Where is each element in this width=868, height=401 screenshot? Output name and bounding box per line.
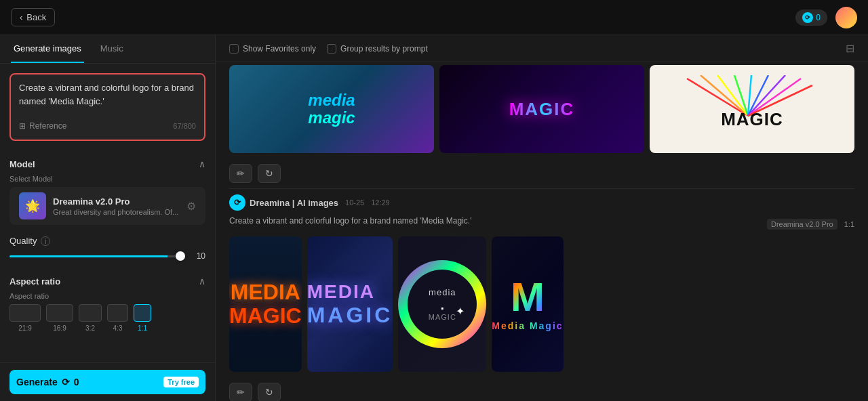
prompt-text: Create a vibrant and colorful logo for a… [19, 81, 196, 108]
aspect-label-21-9: 21:9 [18, 324, 31, 332]
aspect-label-3-2: 3:2 [85, 324, 95, 332]
model-info: Dreamina v2.0 Pro Great diversity and ph… [53, 196, 180, 216]
second-image-group: ⟳ Dreamina | AI images 10-25 12:29 Creat… [229, 194, 854, 401]
quality-value: 10 [192, 251, 205, 261]
image-media-magic-text: media magic [229, 65, 434, 153]
edit-button-row1[interactable]: ✏ [229, 164, 252, 183]
reference-icon: ⊞ [19, 121, 26, 131]
generate-bar: Generate ⟳ 0 Try free [0, 362, 215, 401]
show-favorites-label: Show Favorites only [243, 44, 316, 54]
model-section-header: Model ∧ [0, 150, 215, 175]
prompt-time: 12:29 [371, 198, 390, 207]
aspect-ratio-sub-label: Aspect ratio [0, 292, 215, 304]
image-media-magic-neon: MAGIC [439, 65, 644, 153]
regenerate-button-row2[interactable]: ↻ [258, 383, 281, 401]
aspect-ratio-21-9[interactable]: 21:9 [9, 304, 41, 332]
group-by-prompt-label: Group results by prompt [340, 44, 428, 54]
first-image-group: media magic MAGIC [229, 65, 854, 183]
model-description: Great diversity and photorealism. Of... [53, 208, 180, 216]
model-badge-name: Dreamina | AI images [250, 198, 338, 208]
aspect-box-1-1 [134, 304, 151, 322]
aspect-ratio-1-1[interactable]: 1:1 [134, 304, 151, 332]
blue-media-text: Media [307, 281, 393, 303]
quality-info-icon: i [41, 236, 50, 246]
content-area: Show Favorites only Group results by pro… [216, 35, 868, 401]
tab-music[interactable]: Music [98, 35, 126, 63]
divider [229, 188, 854, 189]
circle-magic-text: MAGIC [429, 313, 456, 321]
blue-sign-text: Media MAGIC [307, 281, 393, 328]
user-avatar[interactable] [835, 7, 857, 28]
prompt-area[interactable]: Create a vibrant and colorful logo for a… [9, 73, 205, 141]
aspect-ratio-section-header: Aspect ratio ∧ [0, 268, 215, 292]
top-bar-right: ⟳ 0 [795, 7, 857, 28]
model-badge: ⟳ Dreamina | AI images [229, 194, 338, 211]
model-select-label: Select Model [0, 175, 215, 187]
group-by-prompt-checkbox[interactable] [327, 44, 336, 54]
image-circle-logo: media . MAGIC ✦ [398, 236, 486, 372]
regenerate-button-row1[interactable]: ↻ [258, 164, 281, 183]
reference-label: Reference [29, 121, 66, 131]
aspect-ratio-3-2[interactable]: 3:2 [79, 304, 102, 332]
image-rays-content: MAGIC [721, 89, 783, 130]
prompt-date: 10-25 [345, 198, 364, 207]
back-button[interactable]: ‹ Back [11, 8, 55, 26]
sidebar: Generate images Music Create a vibrant a… [0, 35, 216, 401]
image-neon-arch: MEDIA MAGIC [229, 236, 302, 372]
circle-logo-inner: media . MAGIC [429, 287, 456, 321]
neon-media-text: MEDIA [229, 280, 302, 304]
second-row-actions: ✏ ↻ [229, 383, 854, 401]
generate-btn-left: Generate ⟳ 0 [16, 377, 79, 387]
edit-button-row2[interactable]: ✏ [229, 383, 252, 401]
content-scroll: media magic MAGIC [216, 62, 868, 401]
back-label: Back [26, 12, 46, 22]
model-tag: Dreamina v2.0 Pro [767, 219, 837, 230]
group-by-prompt-checkbox-label[interactable]: Group results by prompt [327, 44, 428, 54]
generate-button[interactable]: Generate ⟳ 0 Try free [9, 370, 205, 394]
generate-credit-count: 0 [74, 377, 79, 387]
grid-view-button[interactable]: ⊟ [846, 42, 854, 55]
aspect-ratio-options: 21:9 16:9 3:2 4:3 1:1 [0, 304, 215, 340]
image-m-logo: M Media Magic [492, 236, 563, 372]
m-logo-text: Media Magic [492, 320, 563, 331]
neon-arch-text: MEDIA MAGIC [229, 280, 302, 328]
back-arrow-icon: ‹ [20, 12, 22, 22]
quality-slider[interactable] [9, 255, 185, 257]
reference-button[interactable]: ⊞ Reference [19, 121, 66, 131]
try-free-badge: Try free [163, 377, 199, 387]
toolbar-right: ⊟ [846, 42, 854, 55]
blue-magic-text: MAGIC [307, 303, 393, 328]
generate-label: Generate [16, 377, 58, 387]
image-media-magic-rays: MAGIC [650, 65, 854, 153]
tab-generate-images[interactable]: Generate images [11, 35, 84, 63]
model-name: Dreamina v2.0 Pro [53, 196, 180, 207]
prompt-header-row: Create a vibrant and colorful logo for a… [229, 216, 854, 232]
aspect-box-4-3 [107, 304, 128, 322]
ratio-tag: 1:1 [844, 220, 854, 228]
first-row-actions: ✏ ↻ [229, 164, 854, 183]
model-badge-icon: ⟳ [229, 194, 245, 211]
show-favorites-checkbox[interactable] [229, 44, 239, 54]
aspect-label-1-1: 1:1 [138, 324, 147, 332]
char-count: 67/800 [173, 122, 196, 130]
credit-badge: ⟳ 0 [795, 9, 827, 26]
generate-icon: ⟳ [62, 377, 70, 387]
aspect-ratio-4-3[interactable]: 4:3 [107, 304, 128, 332]
m-logo-symbol: M [511, 277, 545, 318]
aspect-ratio-16-9[interactable]: 16:9 [46, 304, 73, 332]
aspect-ratio-chevron-icon: ∧ [199, 276, 205, 287]
quality-row: Quality i [0, 233, 215, 251]
prompt-display-text: Create a vibrant and colorful logo for a… [229, 216, 760, 226]
quality-label: Quality [9, 236, 37, 246]
credit-icon: ⟳ [802, 12, 813, 23]
content-toolbar: Show Favorites only Group results by pro… [216, 35, 868, 62]
first-image-row: media magic MAGIC [229, 65, 854, 153]
image-blue-sign: Media MAGIC [307, 236, 393, 372]
show-favorites-checkbox-label[interactable]: Show Favorites only [229, 44, 316, 54]
model-thumbnail: 🌟 [19, 192, 46, 219]
aspect-box-16-9 [46, 304, 73, 322]
model-card[interactable]: 🌟 Dreamina v2.0 Pro Great diversity and … [9, 187, 205, 225]
prompt-footer: ⊞ Reference 67/800 [19, 121, 196, 131]
model-settings-icon[interactable]: ⚙ [186, 200, 196, 213]
image-text-1: media magic [308, 91, 355, 127]
